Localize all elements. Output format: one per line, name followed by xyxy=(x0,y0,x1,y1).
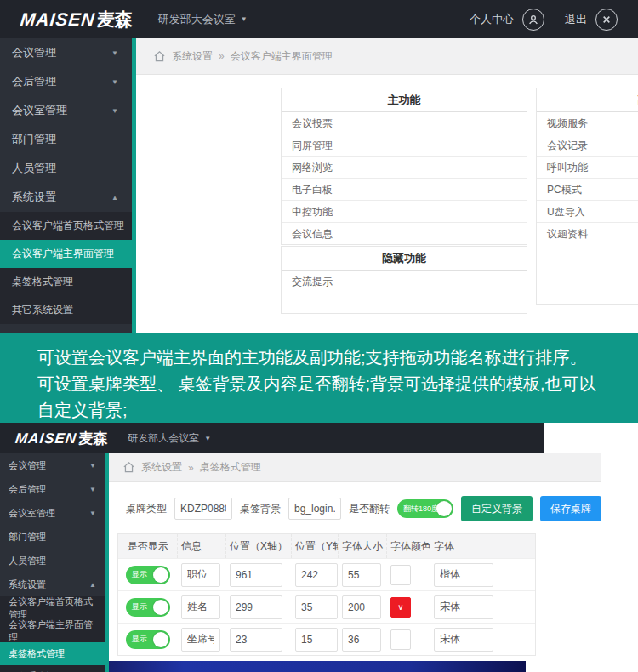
sidebar: 会议管理 ▼ 会后管理 ▼ 会议室管理 ▼ 部门管理 人员管理 xyxy=(0,38,132,333)
logout-close-icon[interactable] xyxy=(595,9,618,31)
sidebar-subitem-client-home-format[interactable]: 会议客户端首页格式管理 xyxy=(0,596,105,619)
pos-x-input[interactable] xyxy=(230,563,282,587)
breadcrumb-page: 桌签格式管理 xyxy=(200,460,261,475)
font-color-swatch[interactable] xyxy=(390,629,411,650)
sidebar-item-system-settings[interactable]: 系统设置 ▲ xyxy=(0,183,132,212)
card-type-input[interactable] xyxy=(174,498,232,520)
card-background-input[interactable] xyxy=(288,498,341,520)
banner-line: 自定义背景; xyxy=(37,397,621,424)
main-functions-table: 主功能 会议投票 同屏管理 网络浏览 电子白板 中控功能 会议信息 xyxy=(281,88,527,245)
list-item[interactable]: 会议信息 xyxy=(282,223,527,245)
list-item[interactable]: 呼叫功能 xyxy=(537,157,638,179)
main-functions-title: 主功能 xyxy=(282,88,527,112)
info-input[interactable] xyxy=(181,628,220,652)
col-header-font: 字体 xyxy=(430,534,537,558)
breadcrumb-section[interactable]: 系统设置 xyxy=(172,49,213,64)
font-input[interactable] xyxy=(434,563,493,587)
col-header-font-color: 字体颜色 xyxy=(387,534,430,558)
logout-link[interactable]: 退出 xyxy=(565,12,587,27)
list-item[interactable]: 中控功能 xyxy=(282,201,527,223)
secondary-functions-title: 副功能 xyxy=(537,88,638,112)
chevron-down-icon: ▼ xyxy=(204,435,211,442)
user-avatar-icon[interactable] xyxy=(522,9,544,31)
list-item[interactable]: U盘导入 xyxy=(537,201,638,223)
list-item[interactable]: 议题资料 xyxy=(537,223,638,245)
table-row: 显示 xyxy=(118,558,535,590)
list-item[interactable]: 视频服务 xyxy=(537,112,638,134)
toggle-knob xyxy=(153,600,168,615)
list-item[interactable]: 电子白板 xyxy=(282,179,527,201)
toggle-knob xyxy=(153,632,168,647)
deskcard-preview-image xyxy=(109,661,526,672)
sidebar-subitem-client-main-ui[interactable]: 会议客户端主界面管理 xyxy=(0,619,105,642)
flip-toggle[interactable]: 翻转180度 xyxy=(397,499,453,518)
room-selector-label: 研发部大会议室 xyxy=(128,431,199,446)
list-item[interactable]: PC模式 xyxy=(537,179,638,201)
sidebar-item-personnel-mgmt[interactable]: 人员管理 xyxy=(0,154,132,183)
pos-y-input[interactable] xyxy=(295,563,338,587)
sidebar-item-department-mgmt[interactable]: 部门管理 xyxy=(0,525,105,549)
list-item[interactable]: 会议记录 xyxy=(537,134,638,157)
sidebar-item-room-mgmt[interactable]: 会议室管理 ▼ xyxy=(0,501,105,525)
font-input[interactable] xyxy=(434,628,493,652)
sidebar-item-personnel-mgmt[interactable]: 人员管理 xyxy=(0,549,105,572)
table-row: 显示 xyxy=(118,623,535,655)
font-color-swatch[interactable] xyxy=(390,565,411,585)
toggle-knob xyxy=(436,501,452,516)
pos-x-input[interactable] xyxy=(230,595,282,619)
room-selector[interactable]: 研发部大会议室 ▼ xyxy=(128,431,211,446)
pos-y-input[interactable] xyxy=(295,628,338,652)
chevron-down-icon: ▼ xyxy=(89,486,96,493)
sidebar-item-post-meeting-mgmt[interactable]: 会后管理 ▼ xyxy=(0,67,132,96)
sidebar-item-department-mgmt[interactable]: 部门管理 xyxy=(0,125,132,154)
sidebar-subitem-other-settings[interactable]: 其它系统设置 xyxy=(0,665,105,672)
info-input[interactable] xyxy=(181,563,220,587)
profile-link[interactable]: 个人中心 xyxy=(470,12,514,27)
breadcrumb-page: 会议客户端主界面管理 xyxy=(231,49,333,64)
room-selector[interactable]: 研发部大会议室 ▼ xyxy=(158,12,248,27)
brand-logo-cn: 麦森 xyxy=(78,429,107,448)
save-deskcard-button[interactable]: 保存桌牌 xyxy=(540,496,601,521)
list-item[interactable]: 网络浏览 xyxy=(282,157,527,179)
sidebar-subitem-other-settings[interactable]: 其它系统设置 xyxy=(0,296,132,324)
breadcrumb-section[interactable]: 系统设置 xyxy=(141,460,182,475)
breadcrumb: 系统设置 » 会议客户端主界面管理 xyxy=(136,38,638,75)
sidebar-item-system-settings[interactable]: 系统设置 ▲ xyxy=(0,572,105,596)
table-row: 显示 ∨ xyxy=(118,590,535,623)
brand-logo-cn: 麦森 xyxy=(97,8,133,31)
list-item[interactable]: 会议投票 xyxy=(282,112,527,134)
font-input[interactable] xyxy=(434,595,493,619)
home-icon[interactable] xyxy=(122,461,135,474)
chevron-down-icon: ▼ xyxy=(89,462,96,470)
custom-background-button[interactable]: 自定义背景 xyxy=(461,496,533,521)
list-item[interactable]: 同屏管理 xyxy=(282,134,527,157)
sidebar-item-meeting-mgmt[interactable]: 会议管理 ▼ xyxy=(0,38,132,67)
pos-x-input[interactable] xyxy=(230,628,282,652)
col-header-pos-x: 位置（X轴） xyxy=(226,534,292,558)
show-toggle[interactable]: 显示 xyxy=(126,598,170,617)
show-toggle[interactable]: 显示 xyxy=(126,630,170,649)
card-type-label: 桌牌类型 xyxy=(126,502,167,516)
sidebar-subitem-deskcard-format[interactable]: 桌签格式管理 xyxy=(0,642,105,665)
sidebar-subitem-client-home-format[interactable]: 会议客户端首页格式管理 xyxy=(0,212,132,240)
flip-label: 是否翻转 xyxy=(349,502,390,516)
font-size-input[interactable] xyxy=(342,563,381,587)
sidebar-subitem-client-main-ui[interactable]: 会议客户端主界面管理 xyxy=(0,240,132,268)
font-size-input[interactable] xyxy=(342,628,381,652)
info-input[interactable] xyxy=(181,595,220,619)
font-color-swatch[interactable]: ∨ xyxy=(390,597,411,618)
list-item[interactable]: 交流提示 xyxy=(282,271,527,293)
chevron-down-icon: ▼ xyxy=(111,78,118,86)
sidebar-item-room-mgmt[interactable]: 会议室管理 ▼ xyxy=(0,96,132,125)
show-toggle[interactable]: 显示 xyxy=(126,566,170,584)
sidebar-subitem-deskcard-format[interactable]: 桌签格式管理 xyxy=(0,268,132,296)
font-size-input[interactable] xyxy=(342,595,381,619)
sidebar-item-meeting-mgmt[interactable]: 会议管理 ▼ xyxy=(0,453,105,477)
room-selector-label: 研发部大会议室 xyxy=(158,12,236,27)
pos-y-input[interactable] xyxy=(295,595,338,619)
brand-logo: MAISEN 麦森 xyxy=(15,429,107,448)
main-interface-settings-screen: MAISEN 麦森 研发部大会议室 ▼ 个人中心 退出 xyxy=(0,0,638,333)
sidebar-item-admin-mgmt[interactable]: 管理员管理 ▼ xyxy=(0,324,132,333)
sidebar-item-post-meeting-mgmt[interactable]: 会后管理 ▼ xyxy=(0,477,105,501)
home-icon[interactable] xyxy=(153,50,166,63)
